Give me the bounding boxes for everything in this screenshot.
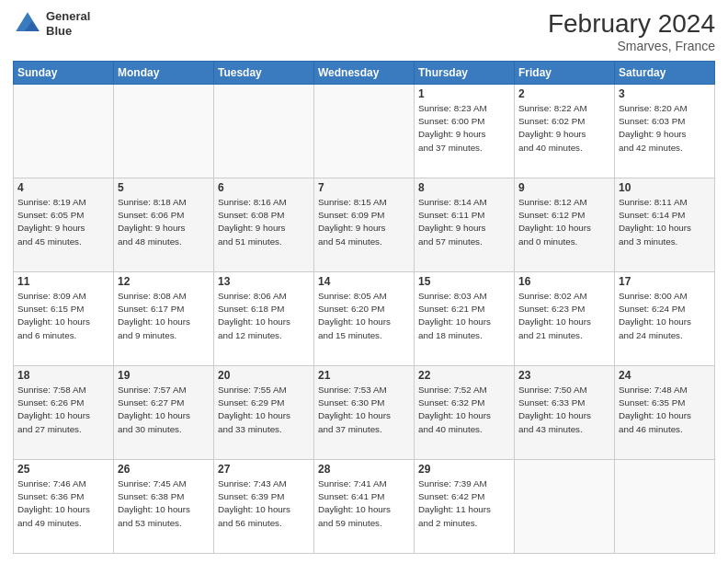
- calendar-cell: 17Sunrise: 8:00 AMSunset: 6:24 PMDayligh…: [615, 272, 715, 366]
- day-info: Sunrise: 8:00 AMSunset: 6:24 PMDaylight:…: [619, 290, 711, 342]
- day-info: Sunrise: 7:46 AMSunset: 6:36 PMDaylight:…: [17, 477, 109, 530]
- calendar-cell: 16Sunrise: 8:02 AMSunset: 6:23 PMDayligh…: [515, 272, 615, 366]
- calendar-cell: [615, 460, 715, 554]
- day-number: 20: [218, 369, 310, 382]
- day-number: 16: [518, 275, 610, 288]
- day-info: Sunrise: 8:12 AMSunset: 6:12 PMDaylight:…: [518, 196, 610, 248]
- day-of-week-friday: Friday: [515, 62, 615, 85]
- day-number: 13: [218, 275, 310, 288]
- day-of-week-thursday: Thursday: [415, 62, 515, 85]
- calendar-cell: 26Sunrise: 7:45 AMSunset: 6:38 PMDayligh…: [114, 460, 214, 554]
- day-number: 5: [118, 181, 210, 194]
- day-info: Sunrise: 8:16 AMSunset: 6:08 PMDaylight:…: [218, 196, 310, 248]
- day-info: Sunrise: 7:39 AMSunset: 6:42 PMDaylight:…: [418, 477, 510, 530]
- logo-line2: Blue: [46, 24, 90, 39]
- calendar-cell: 23Sunrise: 7:50 AMSunset: 6:33 PMDayligh…: [515, 366, 615, 460]
- month-title: February 2024: [548, 9, 715, 39]
- day-info: Sunrise: 8:06 AMSunset: 6:18 PMDaylight:…: [218, 290, 310, 342]
- day-number: 26: [118, 463, 210, 476]
- day-number: 22: [418, 369, 510, 382]
- calendar-cell: 2Sunrise: 8:22 AMSunset: 6:02 PMDaylight…: [515, 85, 615, 178]
- day-info: Sunrise: 7:52 AMSunset: 6:32 PMDaylight:…: [418, 384, 510, 436]
- day-number: 15: [418, 275, 510, 288]
- calendar: SundayMondayTuesdayWednesdayThursdayFrid…: [13, 61, 715, 554]
- header: General Blue February 2024 Smarves, Fran…: [13, 9, 715, 53]
- day-info: Sunrise: 7:50 AMSunset: 6:33 PMDaylight:…: [518, 384, 610, 436]
- day-number: 17: [619, 275, 711, 288]
- calendar-cell: 22Sunrise: 7:52 AMSunset: 6:32 PMDayligh…: [415, 366, 515, 460]
- calendar-cell: 15Sunrise: 8:03 AMSunset: 6:21 PMDayligh…: [415, 272, 515, 366]
- week-row-4: 18Sunrise: 7:58 AMSunset: 6:26 PMDayligh…: [14, 366, 715, 460]
- logo-text: General Blue: [46, 9, 90, 38]
- day-number: 24: [619, 369, 711, 382]
- day-of-week-tuesday: Tuesday: [214, 62, 314, 85]
- calendar-cell: 5Sunrise: 8:18 AMSunset: 6:06 PMDaylight…: [114, 178, 214, 272]
- day-info: Sunrise: 8:02 AMSunset: 6:23 PMDaylight:…: [518, 290, 610, 342]
- day-info: Sunrise: 7:55 AMSunset: 6:29 PMDaylight:…: [218, 384, 310, 436]
- week-row-2: 4Sunrise: 8:19 AMSunset: 6:05 PMDaylight…: [14, 178, 715, 272]
- day-info: Sunrise: 7:43 AMSunset: 6:39 PMDaylight:…: [218, 477, 310, 530]
- week-row-5: 25Sunrise: 7:46 AMSunset: 6:36 PMDayligh…: [14, 460, 715, 554]
- calendar-cell: 10Sunrise: 8:11 AMSunset: 6:14 PMDayligh…: [615, 178, 715, 272]
- calendar-cell: 1Sunrise: 8:23 AMSunset: 6:00 PMDaylight…: [415, 85, 515, 178]
- day-info: Sunrise: 8:03 AMSunset: 6:21 PMDaylight:…: [418, 290, 510, 342]
- calendar-cell: [14, 85, 114, 178]
- day-info: Sunrise: 7:58 AMSunset: 6:26 PMDaylight:…: [17, 384, 109, 436]
- day-info: Sunrise: 8:23 AMSunset: 6:00 PMDaylight:…: [418, 102, 510, 155]
- calendar-cell: 6Sunrise: 8:16 AMSunset: 6:08 PMDaylight…: [214, 178, 314, 272]
- calendar-cell: [114, 85, 214, 178]
- day-number: 12: [118, 275, 210, 288]
- calendar-cell: [314, 85, 415, 178]
- day-info: Sunrise: 8:08 AMSunset: 6:17 PMDaylight:…: [118, 290, 210, 342]
- day-number: 25: [17, 463, 109, 476]
- calendar-cell: 29Sunrise: 7:39 AMSunset: 6:42 PMDayligh…: [415, 460, 515, 554]
- week-row-1: 1Sunrise: 8:23 AMSunset: 6:00 PMDaylight…: [14, 85, 715, 178]
- day-of-week-saturday: Saturday: [615, 62, 715, 85]
- calendar-cell: 19Sunrise: 7:57 AMSunset: 6:27 PMDayligh…: [114, 366, 214, 460]
- day-number: 4: [17, 181, 109, 194]
- day-info: Sunrise: 8:09 AMSunset: 6:15 PMDaylight:…: [17, 290, 109, 342]
- day-number: 11: [17, 275, 109, 288]
- calendar-cell: [214, 85, 314, 178]
- calendar-cell: 7Sunrise: 8:15 AMSunset: 6:09 PMDaylight…: [314, 178, 415, 272]
- logo: General Blue: [13, 9, 90, 39]
- day-info: Sunrise: 8:15 AMSunset: 6:09 PMDaylight:…: [318, 196, 410, 248]
- day-info: Sunrise: 8:19 AMSunset: 6:05 PMDaylight:…: [17, 196, 109, 248]
- calendar-cell: 3Sunrise: 8:20 AMSunset: 6:03 PMDaylight…: [615, 85, 715, 178]
- day-number: 21: [318, 369, 410, 382]
- day-number: 18: [17, 369, 109, 382]
- calendar-cell: 11Sunrise: 8:09 AMSunset: 6:15 PMDayligh…: [14, 272, 114, 366]
- calendar-cell: 24Sunrise: 7:48 AMSunset: 6:35 PMDayligh…: [615, 366, 715, 460]
- calendar-cell: 27Sunrise: 7:43 AMSunset: 6:39 PMDayligh…: [214, 460, 314, 554]
- day-number: 10: [619, 181, 711, 194]
- day-info: Sunrise: 7:48 AMSunset: 6:35 PMDaylight:…: [619, 384, 711, 436]
- day-header-row: SundayMondayTuesdayWednesdayThursdayFrid…: [14, 62, 715, 85]
- day-number: 23: [518, 369, 610, 382]
- logo-line1: General: [46, 9, 90, 24]
- calendar-cell: 13Sunrise: 8:06 AMSunset: 6:18 PMDayligh…: [214, 272, 314, 366]
- day-info: Sunrise: 8:11 AMSunset: 6:14 PMDaylight:…: [619, 196, 711, 248]
- day-info: Sunrise: 7:53 AMSunset: 6:30 PMDaylight:…: [318, 384, 410, 436]
- day-number: 2: [518, 87, 610, 100]
- day-of-week-sunday: Sunday: [14, 62, 114, 85]
- page: General Blue February 2024 Smarves, Fran…: [0, 0, 728, 563]
- day-number: 9: [518, 181, 610, 194]
- calendar-cell: 8Sunrise: 8:14 AMSunset: 6:11 PMDaylight…: [415, 178, 515, 272]
- day-info: Sunrise: 8:14 AMSunset: 6:11 PMDaylight:…: [418, 196, 510, 248]
- calendar-cell: 21Sunrise: 7:53 AMSunset: 6:30 PMDayligh…: [314, 366, 415, 460]
- title-block: February 2024 Smarves, France: [548, 9, 715, 53]
- day-info: Sunrise: 7:41 AMSunset: 6:41 PMDaylight:…: [318, 477, 410, 530]
- day-of-week-monday: Monday: [114, 62, 214, 85]
- day-number: 27: [218, 463, 310, 476]
- calendar-cell: 12Sunrise: 8:08 AMSunset: 6:17 PMDayligh…: [114, 272, 214, 366]
- calendar-cell: 28Sunrise: 7:41 AMSunset: 6:41 PMDayligh…: [314, 460, 415, 554]
- day-number: 29: [418, 463, 510, 476]
- day-info: Sunrise: 8:18 AMSunset: 6:06 PMDaylight:…: [118, 196, 210, 248]
- day-number: 3: [619, 87, 711, 100]
- day-number: 7: [318, 181, 410, 194]
- day-info: Sunrise: 8:22 AMSunset: 6:02 PMDaylight:…: [518, 102, 610, 155]
- day-info: Sunrise: 7:45 AMSunset: 6:38 PMDaylight:…: [118, 477, 210, 530]
- day-number: 28: [318, 463, 410, 476]
- day-number: 8: [418, 181, 510, 194]
- day-of-week-wednesday: Wednesday: [314, 62, 415, 85]
